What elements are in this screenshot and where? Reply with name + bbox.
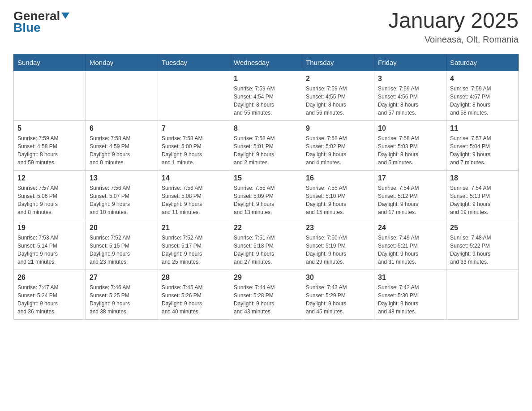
day-number: 4 — [450, 75, 515, 83]
day-info: Sunrise: 7:52 AM Sunset: 5:17 PM Dayligh… — [162, 234, 226, 266]
table-row: 24Sunrise: 7:49 AM Sunset: 5:21 PM Dayli… — [374, 220, 446, 270]
day-number: 27 — [90, 274, 154, 282]
day-info: Sunrise: 7:44 AM Sunset: 5:28 PM Dayligh… — [234, 283, 298, 316]
weekday-header-thursday: Thursday — [302, 54, 374, 71]
table-row: 6Sunrise: 7:58 AM Sunset: 4:59 PM Daylig… — [86, 120, 158, 170]
day-info: Sunrise: 7:59 AM Sunset: 4:57 PM Dayligh… — [450, 85, 515, 117]
calendar-title: January 2025 — [388, 9, 519, 33]
day-info: Sunrise: 7:57 AM Sunset: 5:06 PM Dayligh… — [17, 184, 82, 216]
day-number: 14 — [162, 174, 226, 182]
table-row: 30Sunrise: 7:43 AM Sunset: 5:29 PM Dayli… — [302, 270, 374, 319]
day-info: Sunrise: 7:59 AM Sunset: 4:56 PM Dayligh… — [378, 85, 442, 117]
day-number: 7 — [162, 124, 226, 133]
day-info: Sunrise: 7:58 AM Sunset: 5:02 PM Dayligh… — [306, 134, 370, 167]
calendar-body: 1Sunrise: 7:59 AM Sunset: 4:54 PM Daylig… — [14, 71, 519, 319]
day-info: Sunrise: 7:43 AM Sunset: 5:29 PM Dayligh… — [306, 283, 370, 316]
day-info: Sunrise: 7:58 AM Sunset: 4:59 PM Dayligh… — [90, 134, 154, 167]
page-header: General Blue January 2025 Voineasa, Olt,… — [13, 9, 519, 45]
table-row: 8Sunrise: 7:58 AM Sunset: 5:01 PM Daylig… — [230, 120, 302, 170]
day-info: Sunrise: 7:58 AM Sunset: 5:03 PM Dayligh… — [378, 134, 442, 167]
day-number: 13 — [90, 174, 154, 182]
day-info: Sunrise: 7:46 AM Sunset: 5:25 PM Dayligh… — [90, 283, 154, 316]
day-number: 2 — [306, 75, 370, 83]
day-number: 10 — [378, 124, 442, 133]
table-row: 21Sunrise: 7:52 AM Sunset: 5:17 PM Dayli… — [158, 220, 230, 270]
weekday-header-saturday: Saturday — [446, 54, 519, 71]
table-row: 4Sunrise: 7:59 AM Sunset: 4:57 PM Daylig… — [446, 71, 519, 120]
title-section: January 2025 Voineasa, Olt, Romania — [388, 9, 519, 45]
day-info: Sunrise: 7:55 AM Sunset: 5:10 PM Dayligh… — [306, 184, 370, 216]
table-row: 1Sunrise: 7:59 AM Sunset: 4:54 PM Daylig… — [230, 71, 302, 120]
day-info: Sunrise: 7:42 AM Sunset: 5:30 PM Dayligh… — [378, 283, 442, 316]
day-number: 8 — [234, 124, 298, 133]
table-row: 5Sunrise: 7:59 AM Sunset: 4:58 PM Daylig… — [14, 120, 86, 170]
table-row: 23Sunrise: 7:50 AM Sunset: 5:19 PM Dayli… — [302, 220, 374, 270]
day-number: 16 — [306, 174, 370, 182]
day-number: 3 — [378, 75, 442, 83]
calendar-week-5: 26Sunrise: 7:47 AM Sunset: 5:24 PM Dayli… — [14, 270, 519, 319]
day-number: 1 — [234, 75, 298, 83]
weekday-header-monday: Monday — [86, 54, 158, 71]
logo-blue-text: Blue — [13, 21, 69, 35]
calendar-table: SundayMondayTuesdayWednesdayThursdayFrid… — [13, 54, 519, 320]
day-info: Sunrise: 7:59 AM Sunset: 4:55 PM Dayligh… — [306, 85, 370, 117]
day-info: Sunrise: 7:58 AM Sunset: 5:00 PM Dayligh… — [162, 134, 226, 167]
table-row: 2Sunrise: 7:59 AM Sunset: 4:55 PM Daylig… — [302, 71, 374, 120]
day-info: Sunrise: 7:47 AM Sunset: 5:24 PM Dayligh… — [17, 283, 82, 316]
day-info: Sunrise: 7:58 AM Sunset: 5:01 PM Dayligh… — [234, 134, 298, 167]
day-info: Sunrise: 7:53 AM Sunset: 5:14 PM Dayligh… — [17, 234, 82, 266]
day-number: 9 — [306, 124, 370, 133]
weekday-header-tuesday: Tuesday — [158, 54, 230, 71]
day-info: Sunrise: 7:57 AM Sunset: 5:04 PM Dayligh… — [450, 134, 515, 167]
table-row: 27Sunrise: 7:46 AM Sunset: 5:25 PM Dayli… — [86, 270, 158, 319]
day-number: 6 — [90, 124, 154, 133]
day-number: 12 — [17, 174, 82, 182]
table-row: 17Sunrise: 7:54 AM Sunset: 5:12 PM Dayli… — [374, 170, 446, 220]
day-number: 23 — [306, 224, 370, 232]
calendar-subtitle: Voineasa, Olt, Romania — [388, 34, 519, 45]
table-row: 16Sunrise: 7:55 AM Sunset: 5:10 PM Dayli… — [302, 170, 374, 220]
logo: General Blue — [13, 9, 69, 35]
day-info: Sunrise: 7:59 AM Sunset: 4:54 PM Dayligh… — [234, 85, 298, 117]
day-info: Sunrise: 7:50 AM Sunset: 5:19 PM Dayligh… — [306, 234, 370, 266]
table-row: 10Sunrise: 7:58 AM Sunset: 5:03 PM Dayli… — [374, 120, 446, 170]
day-number: 15 — [234, 174, 298, 182]
day-number: 5 — [17, 124, 82, 133]
day-info: Sunrise: 7:45 AM Sunset: 5:26 PM Dayligh… — [162, 283, 226, 316]
table-row: 25Sunrise: 7:48 AM Sunset: 5:22 PM Dayli… — [446, 220, 519, 270]
table-row: 22Sunrise: 7:51 AM Sunset: 5:18 PM Dayli… — [230, 220, 302, 270]
table-row: 26Sunrise: 7:47 AM Sunset: 5:24 PM Dayli… — [14, 270, 86, 319]
calendar-week-2: 5Sunrise: 7:59 AM Sunset: 4:58 PM Daylig… — [14, 120, 519, 170]
logo-triangle-icon — [61, 13, 69, 19]
table-row: 12Sunrise: 7:57 AM Sunset: 5:06 PM Dayli… — [14, 170, 86, 220]
day-number: 25 — [450, 224, 515, 232]
day-info: Sunrise: 7:52 AM Sunset: 5:15 PM Dayligh… — [90, 234, 154, 266]
day-number: 30 — [306, 274, 370, 282]
day-info: Sunrise: 7:54 AM Sunset: 5:13 PM Dayligh… — [450, 184, 515, 216]
table-row: 18Sunrise: 7:54 AM Sunset: 5:13 PM Dayli… — [446, 170, 519, 220]
day-number: 11 — [450, 124, 515, 133]
table-row — [86, 71, 158, 120]
calendar-week-4: 19Sunrise: 7:53 AM Sunset: 5:14 PM Dayli… — [14, 220, 519, 270]
table-row — [446, 270, 519, 319]
day-info: Sunrise: 7:54 AM Sunset: 5:12 PM Dayligh… — [378, 184, 442, 216]
day-info: Sunrise: 7:49 AM Sunset: 5:21 PM Dayligh… — [378, 234, 442, 266]
day-info: Sunrise: 7:48 AM Sunset: 5:22 PM Dayligh… — [450, 234, 515, 266]
calendar-week-3: 12Sunrise: 7:57 AM Sunset: 5:06 PM Dayli… — [14, 170, 519, 220]
table-row: 7Sunrise: 7:58 AM Sunset: 5:00 PM Daylig… — [158, 120, 230, 170]
calendar-header: SundayMondayTuesdayWednesdayThursdayFrid… — [14, 54, 519, 71]
table-row: 28Sunrise: 7:45 AM Sunset: 5:26 PM Dayli… — [158, 270, 230, 319]
day-number: 21 — [162, 224, 226, 232]
weekday-header-wednesday: Wednesday — [230, 54, 302, 71]
day-number: 20 — [90, 224, 154, 232]
day-number: 29 — [234, 274, 298, 282]
table-row: 13Sunrise: 7:56 AM Sunset: 5:07 PM Dayli… — [86, 170, 158, 220]
weekday-header-row: SundayMondayTuesdayWednesdayThursdayFrid… — [14, 54, 519, 71]
table-row — [14, 71, 86, 120]
day-number: 31 — [378, 274, 442, 282]
table-row: 20Sunrise: 7:52 AM Sunset: 5:15 PM Dayli… — [86, 220, 158, 270]
day-info: Sunrise: 7:56 AM Sunset: 5:07 PM Dayligh… — [90, 184, 154, 216]
calendar-week-1: 1Sunrise: 7:59 AM Sunset: 4:54 PM Daylig… — [14, 71, 519, 120]
table-row: 19Sunrise: 7:53 AM Sunset: 5:14 PM Dayli… — [14, 220, 86, 270]
table-row: 11Sunrise: 7:57 AM Sunset: 5:04 PM Dayli… — [446, 120, 519, 170]
